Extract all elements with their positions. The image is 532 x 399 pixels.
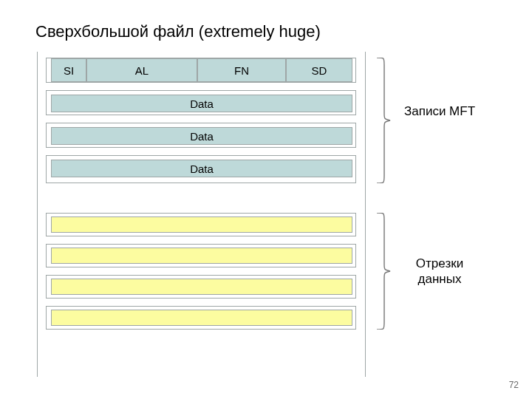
run-row-1 [51, 216, 352, 233]
mft-row-4-data: Data [51, 160, 352, 177]
run-row-3-outline [46, 275, 356, 299]
run-row-2-outline [46, 244, 356, 267]
mft-header-fn: FN [197, 58, 286, 82]
brace-runs [375, 213, 390, 330]
separator-right [365, 52, 366, 377]
run-row-3 [51, 279, 352, 295]
diagram-stage: SI AL FN SD Data Data Data Записи MFT [37, 52, 495, 377]
mft-header-sd: SD [286, 58, 352, 82]
page-number: 72 [509, 380, 519, 390]
mft-row-4-outline: Data [46, 155, 356, 183]
mft-row-3-data: Data [51, 127, 352, 145]
mft-row-header-outline: SI AL FN SD [46, 58, 356, 83]
mft-row-2-outline: Data [46, 90, 356, 115]
label-mft-records: Записи MFT [399, 103, 480, 119]
mft-row-2-data: Data [51, 95, 352, 112]
mft-header-al: AL [86, 58, 197, 82]
separator-left [37, 52, 38, 377]
label-data-runs: Отрезки данных [399, 256, 480, 287]
run-row-4-outline [46, 306, 356, 330]
mft-header-si: SI [51, 58, 86, 82]
diagram-title: Сверхбольшой файл (extremely huge) [35, 22, 321, 41]
brace-mft [375, 58, 390, 183]
mft-row-3-outline: Data [46, 123, 356, 148]
run-row-2 [51, 248, 352, 264]
run-row-1-outline [46, 213, 356, 236]
run-row-4 [51, 310, 352, 326]
